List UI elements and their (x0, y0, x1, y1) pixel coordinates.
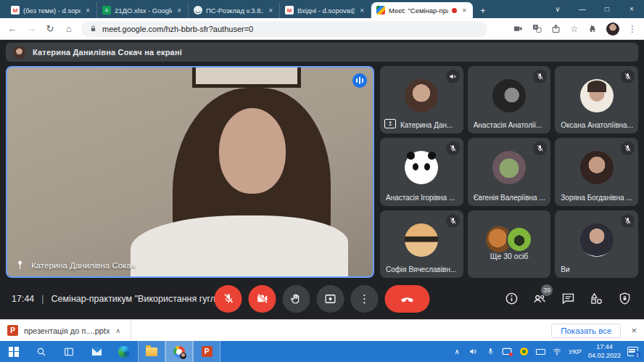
stacked-avatars (486, 226, 532, 252)
participant-tile[interactable]: ↥ Катерина Дан... (380, 66, 463, 133)
chrome-icon (173, 346, 185, 358)
windows-taskbar: P ∧ УКР 17:44 04.02.2022 1 (0, 341, 644, 362)
profile-avatar[interactable] (606, 22, 619, 36)
participant-tile[interactable]: Євгенія Валеріївна ... (468, 138, 551, 205)
downloaded-file-chip[interactable]: P презентація до п....pptx ∧ (7, 320, 131, 341)
participant-tile[interactable]: Анастасія Ігорівна ... (380, 138, 463, 205)
edge-app-button[interactable] (110, 341, 138, 362)
participant-grid: ↥ Катерина Дан... Анастасія Анатолії... … (380, 66, 638, 278)
show-all-downloads-button[interactable]: Показать все (551, 324, 621, 338)
home-icon[interactable]: ⌂ (62, 23, 75, 34)
minimize-button[interactable]: — (570, 0, 595, 18)
participant-tile[interactable]: Зоряна Богданівна ... (555, 138, 638, 205)
avatar (492, 79, 526, 112)
address-bar[interactable]: meet.google.com/hzh-bbrb-sfr?authuser=0 (81, 21, 487, 37)
participant-name: Анастасія Ігорівна ... (386, 194, 459, 202)
extensions-puzzle-icon[interactable] (587, 23, 599, 35)
volume-off-icon (446, 70, 460, 83)
tab-google-sheets[interactable]: ≡ 21ДО.xlsx - Google Таблиці × (97, 2, 189, 18)
share-icon[interactable] (550, 23, 561, 35)
powerpoint-icon: P (202, 346, 212, 357)
tab-gmail-compose[interactable]: M (без теми) - d.sopova@kubg × (6, 2, 97, 18)
clock[interactable]: 17:44 04.02.2022 (588, 343, 621, 360)
tab-close-icon[interactable]: × (461, 7, 468, 15)
presenting-banner-text: Катерина Данилівна Сокач на екрані (33, 48, 182, 57)
task-view-button[interactable] (55, 341, 83, 362)
powerpoint-app-button[interactable]: P (193, 341, 220, 362)
more-options-button[interactable]: ⋮ (351, 285, 379, 313)
search-icon (36, 346, 47, 358)
chevron-up-icon[interactable]: ∧ (115, 327, 120, 334)
tray-time: 17:44 (596, 343, 613, 350)
meeting-details-icon[interactable] (503, 291, 519, 307)
tab-close-icon[interactable]: × (176, 7, 183, 15)
more-participants-tile[interactable]: Ще 30 осіб (468, 210, 551, 278)
volume-icon[interactable] (468, 346, 479, 357)
tab-gmail-inbox[interactable]: M Вхідні - d.sopova@kubg.edu × (280, 2, 371, 18)
self-view-tile[interactable]: Ви (555, 210, 638, 278)
tab-ps-schedule[interactable]: ◡ ПС-Розклад v.3.8.2 × (189, 2, 280, 18)
participant-name: Оксана Анатоліївна... (561, 121, 634, 129)
mail-app-button[interactable] (83, 341, 110, 362)
language-indicator[interactable]: УКР (569, 347, 582, 355)
participant-tile[interactable]: Анастасія Анатолії... (468, 66, 551, 133)
activities-icon[interactable] (588, 291, 604, 307)
antivirus-tray-icon[interactable] (519, 347, 529, 355)
screen-record-tray-icon[interactable] (502, 347, 512, 356)
chrome-app-button[interactable] (165, 341, 193, 362)
forward-icon[interactable]: → (25, 23, 38, 34)
meet-icon (376, 6, 385, 15)
main-video-pinned[interactable]: Катерина Данилівна Сокач (6, 66, 374, 278)
new-tab-button[interactable]: + (473, 5, 493, 18)
tab-title: Meet: "Семінар-практик (389, 7, 448, 15)
system-tray: ∧ УКР 17:44 04.02.2022 1 (452, 341, 644, 362)
download-bar: P презентація до п....pptx ∧ Показать вс… (0, 319, 644, 341)
host-controls-icon[interactable] (616, 291, 632, 307)
presenter-blouse (131, 215, 348, 278)
search-button[interactable] (28, 341, 55, 362)
participant-tile[interactable]: Оксана Анатоліївна... (555, 66, 638, 133)
presenter-name: Катерина Данилівна Сокач (31, 261, 136, 270)
sheets-icon: ≡ (102, 6, 111, 15)
camera-off-button[interactable] (249, 285, 276, 313)
participant-name: Зоряна Богданівна ... (561, 194, 634, 202)
maximize-button[interactable]: □ (595, 0, 619, 18)
back-icon[interactable]: ← (6, 23, 19, 34)
meeting-time: 17:44 (12, 294, 34, 304)
browser-menu-icon[interactable]: ⋮ (627, 23, 638, 35)
action-center-icon[interactable]: 1 (627, 347, 638, 356)
tab-close-icon[interactable]: × (358, 7, 366, 15)
tab-title: Вхідні - d.sopova@kubg.edu (297, 7, 355, 15)
close-window-button[interactable]: × (619, 0, 644, 18)
tab-search-chevron-icon[interactable]: ∨ (545, 0, 570, 18)
tab-title: 21ДО.xlsx - Google Таблиці (115, 7, 172, 15)
bookmark-star-icon[interactable]: ☆ (569, 23, 580, 35)
participant-tile[interactable]: Софія Вячеславівн... (380, 210, 463, 278)
end-call-button[interactable] (385, 285, 430, 313)
tab-close-icon[interactable]: × (267, 7, 274, 15)
toolbar-icons: ☆ ⋮ (512, 22, 638, 36)
self-view-label: Ви (561, 266, 634, 273)
microphone-tray-icon[interactable] (485, 347, 495, 356)
picture-frame (192, 66, 301, 88)
device-tray-icon[interactable] (535, 349, 545, 355)
tab-google-meet-active[interactable]: Meet: "Семінар-практик × (371, 2, 473, 18)
present-button[interactable] (317, 285, 344, 313)
raise-hand-button[interactable] (283, 285, 310, 313)
tray-chevron-icon[interactable]: ∧ (452, 347, 462, 355)
reload-icon[interactable]: ↻ (44, 23, 57, 34)
close-download-bar-icon[interactable]: × (631, 325, 637, 336)
desktop-screen: M (без теми) - d.sopova@kubg × ≡ 21ДО.xl… (0, 0, 644, 362)
tray-date: 04.02.2022 (588, 352, 621, 359)
translate-icon[interactable] (531, 23, 542, 35)
chat-icon[interactable] (560, 291, 576, 307)
gmail-icon: M (285, 6, 294, 15)
wifi-icon[interactable] (552, 346, 562, 357)
mic-off-button[interactable] (215, 285, 242, 313)
start-button[interactable] (0, 341, 28, 362)
avatar (405, 79, 438, 112)
participants-icon[interactable]: 39 (532, 291, 548, 307)
file-explorer-button[interactable] (138, 341, 165, 362)
media-camera-icon[interactable] (512, 23, 524, 35)
tab-close-icon[interactable]: × (84, 7, 91, 15)
